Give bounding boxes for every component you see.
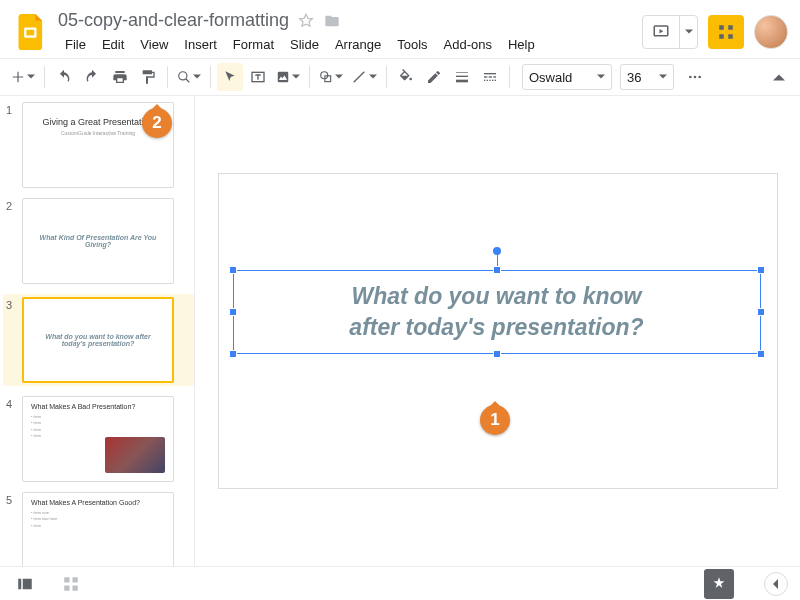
footer xyxy=(0,566,800,600)
resize-handle[interactable] xyxy=(757,266,765,274)
svg-rect-16 xyxy=(484,76,487,77)
redo-button[interactable] xyxy=(79,63,105,91)
slide-thumbnail[interactable]: What Makes A Bad Presentation? • item• i… xyxy=(22,396,174,482)
slide-number: 5 xyxy=(6,492,16,506)
select-tool[interactable] xyxy=(217,63,243,91)
svg-rect-14 xyxy=(456,80,468,83)
svg-rect-15 xyxy=(484,73,496,74)
folder-icon[interactable] xyxy=(323,12,341,30)
menu-tools[interactable]: Tools xyxy=(390,34,434,55)
present-button[interactable] xyxy=(642,15,698,49)
menu-addons[interactable]: Add-ons xyxy=(437,34,499,55)
svg-rect-21 xyxy=(489,80,490,81)
star-icon[interactable] xyxy=(297,12,315,30)
font-name: Oswald xyxy=(529,70,572,85)
filmstrip-panel: 1 Giving a Great Presentation CustomGuid… xyxy=(0,96,195,566)
image-tool[interactable] xyxy=(273,63,303,91)
line-tool[interactable] xyxy=(348,63,380,91)
svg-point-11 xyxy=(409,78,412,81)
svg-point-25 xyxy=(694,76,697,79)
resize-handle[interactable] xyxy=(229,350,237,358)
print-button[interactable] xyxy=(107,63,133,91)
slide-number: 3 xyxy=(6,297,16,311)
slide-number: 1 xyxy=(6,102,16,116)
font-select[interactable]: Oswald xyxy=(522,64,612,90)
resize-handle[interactable] xyxy=(757,350,765,358)
slide-thumbnail[interactable]: What Kind Of Presentation Are You Giving… xyxy=(22,198,174,284)
document-title[interactable]: 05-copy-and-clear-formatting xyxy=(58,10,289,31)
svg-point-24 xyxy=(689,76,692,79)
explore-button[interactable] xyxy=(704,569,734,599)
side-panel-toggle[interactable] xyxy=(764,572,788,596)
menu-format[interactable]: Format xyxy=(226,34,281,55)
menu-bar: File Edit View Insert Format Slide Arran… xyxy=(58,34,642,55)
svg-rect-4 xyxy=(728,25,733,30)
grid-view-button[interactable] xyxy=(58,570,84,598)
slide-number: 2 xyxy=(6,198,16,212)
resize-handle[interactable] xyxy=(493,266,501,274)
svg-rect-17 xyxy=(489,76,492,77)
callout-2: 2 xyxy=(142,108,172,138)
resize-handle[interactable] xyxy=(757,308,765,316)
paint-format-button[interactable] xyxy=(135,63,161,91)
svg-point-7 xyxy=(179,72,187,80)
shape-tool[interactable] xyxy=(316,63,346,91)
svg-rect-28 xyxy=(23,578,32,589)
addons-button[interactable] xyxy=(708,15,744,49)
undo-button[interactable] xyxy=(51,63,77,91)
selected-textbox[interactable]: What do you want to know after today's p… xyxy=(233,270,761,354)
svg-rect-31 xyxy=(64,585,69,590)
menu-insert[interactable]: Insert xyxy=(177,34,224,55)
present-dropdown-icon[interactable] xyxy=(679,16,697,48)
resize-handle[interactable] xyxy=(229,266,237,274)
font-size-select[interactable]: 36 xyxy=(620,64,674,90)
textbox-content[interactable]: What do you want to know after today's p… xyxy=(349,281,643,343)
slide-thumbnail-selected[interactable]: What do you want to know after today's p… xyxy=(22,297,174,383)
resize-handle[interactable] xyxy=(229,308,237,316)
svg-rect-22 xyxy=(492,80,493,81)
svg-rect-1 xyxy=(26,30,34,36)
present-icon[interactable] xyxy=(643,23,679,41)
menu-file[interactable]: File xyxy=(58,34,93,55)
svg-rect-23 xyxy=(495,80,496,81)
slide-number: 4 xyxy=(6,396,16,410)
svg-rect-29 xyxy=(64,577,69,582)
slide-canvas[interactable]: What do you want to know after today's p… xyxy=(218,173,778,489)
more-button[interactable] xyxy=(682,63,708,91)
svg-rect-18 xyxy=(493,76,496,77)
user-avatar[interactable] xyxy=(754,15,788,49)
font-size: 36 xyxy=(627,70,641,85)
callout-1: 1 xyxy=(480,405,510,435)
svg-rect-5 xyxy=(719,34,724,39)
textbox-tool[interactable] xyxy=(245,63,271,91)
svg-rect-12 xyxy=(456,72,468,73)
border-weight-button[interactable] xyxy=(449,63,475,91)
menu-slide[interactable]: Slide xyxy=(283,34,326,55)
menu-help[interactable]: Help xyxy=(501,34,542,55)
collapse-toolbar-button[interactable] xyxy=(766,63,792,91)
thumbnail-image xyxy=(105,437,165,473)
svg-point-26 xyxy=(698,76,701,79)
chevron-down-icon xyxy=(597,73,605,81)
resize-handle[interactable] xyxy=(493,350,501,358)
svg-rect-20 xyxy=(487,80,488,81)
svg-rect-6 xyxy=(728,34,733,39)
slide-thumbnail[interactable]: What Makes A Presentation Good? • item o… xyxy=(22,492,174,566)
slides-logo[interactable] xyxy=(12,12,52,52)
rotate-handle[interactable] xyxy=(493,247,501,255)
border-color-button[interactable] xyxy=(421,63,447,91)
canvas-area[interactable]: What do you want to know after today's p… xyxy=(195,96,800,566)
svg-rect-32 xyxy=(73,585,78,590)
svg-rect-27 xyxy=(18,578,21,589)
menu-arrange[interactable]: Arrange xyxy=(328,34,388,55)
fill-color-button[interactable] xyxy=(393,63,419,91)
new-slide-button[interactable] xyxy=(8,63,38,91)
toolbar: Oswald 36 xyxy=(0,58,800,96)
border-dash-button[interactable] xyxy=(477,63,503,91)
svg-rect-3 xyxy=(719,25,724,30)
filmstrip-view-button[interactable] xyxy=(12,570,38,598)
svg-rect-19 xyxy=(484,80,485,81)
menu-view[interactable]: View xyxy=(133,34,175,55)
zoom-button[interactable] xyxy=(174,63,204,91)
menu-edit[interactable]: Edit xyxy=(95,34,131,55)
